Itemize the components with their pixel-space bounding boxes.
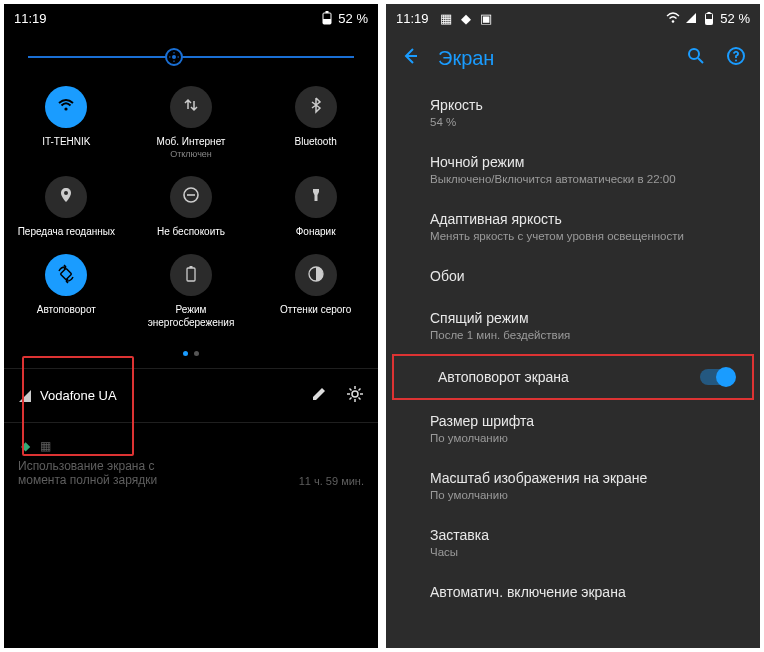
svg-rect-15 [189, 266, 192, 268]
tile-battery-saver[interactable]: Режим энергосбережения [129, 246, 254, 337]
page-title: Экран [438, 47, 668, 70]
back-icon[interactable] [400, 46, 420, 70]
quick-tiles-grid: IT-TEHNIK Моб. Интернет Отключен Bluetoo… [4, 68, 378, 345]
page-indicator [4, 345, 378, 362]
battery-percent: 52 % [720, 11, 750, 26]
setting-display-size[interactable]: Масштаб изображения на экране По умолчан… [386, 457, 760, 514]
svg-point-26 [672, 20, 675, 23]
app-icon: ▦ [439, 11, 453, 25]
tile-grayscale[interactable]: Оттенки серого [253, 246, 378, 337]
setting-sleep[interactable]: Спящий режим После 1 мин. бездействия [386, 297, 760, 354]
app-bar: Экран [386, 32, 760, 84]
notification-time: 11 ч. 59 мин. [299, 475, 364, 487]
tile-label: Передача геоданных [18, 226, 115, 239]
svg-point-3 [172, 55, 176, 59]
svg-rect-28 [706, 19, 713, 25]
setting-subtitle: Часы [430, 546, 740, 558]
setting-night-mode[interactable]: Ночной режим Выключено/Включится автомат… [386, 141, 760, 198]
setting-wallpaper[interactable]: Обои [386, 255, 760, 297]
quick-settings-panel: 11:19 52 % IT-TEHNIK Моб. Интернет Отклю… [4, 4, 378, 648]
wifi-icon [56, 95, 76, 119]
setting-subtitle: Менять яркость с учетом уровня освещенно… [430, 230, 740, 242]
tile-flashlight[interactable]: Фонарик [253, 168, 378, 247]
status-clock: 11:19 [396, 11, 429, 26]
tile-wifi[interactable]: IT-TEHNIK [4, 78, 129, 168]
tile-autorotate[interactable]: Автоповорот [4, 246, 129, 337]
svg-rect-14 [187, 268, 195, 281]
notification-line2: момента полной зарядки [18, 473, 299, 487]
svg-line-25 [359, 389, 361, 391]
divider [4, 368, 378, 369]
tile-label: Автоповорот [37, 304, 96, 317]
bluetooth-icon [307, 96, 325, 118]
svg-point-8 [65, 108, 68, 111]
tile-label: Не беспокоить [157, 226, 225, 239]
status-bar: 11:19 ▦ ◆ ▣ 52 % [386, 4, 760, 32]
setting-title: Заставка [430, 527, 740, 543]
autorotate-toggle[interactable] [700, 369, 734, 385]
svg-line-23 [359, 398, 361, 400]
gear-icon[interactable] [346, 385, 364, 406]
battery-icon [320, 11, 334, 25]
svg-rect-13 [61, 268, 72, 279]
brightness-slider[interactable] [4, 32, 378, 68]
search-icon[interactable] [686, 46, 706, 70]
svg-point-31 [689, 49, 699, 59]
setting-title: Обои [430, 268, 740, 284]
setting-ambient-display[interactable]: Автоматич. включение экрана [386, 571, 760, 613]
setting-subtitle: После 1 мин. бездействия [430, 329, 740, 341]
tile-location[interactable]: Передача геоданных [4, 168, 129, 247]
tile-label: Фонарик [296, 226, 336, 239]
tile-mobile-data[interactable]: Моб. Интернет Отключен [129, 78, 254, 168]
help-icon[interactable] [726, 46, 746, 70]
signal-icon [684, 11, 698, 25]
wifi-icon [666, 11, 680, 25]
setting-autorotate[interactable]: Автоповорот экрана [392, 354, 754, 400]
svg-line-32 [698, 58, 703, 63]
edit-icon[interactable] [310, 385, 328, 406]
svg-rect-2 [326, 11, 329, 13]
tile-label: Bluetooth [295, 136, 337, 149]
page-dot[interactable] [194, 351, 199, 356]
setting-title: Масштаб изображения на экране [430, 470, 740, 486]
setting-title: Адаптивная яркость [430, 211, 740, 227]
svg-point-9 [64, 191, 68, 195]
status-bar: 11:19 52 % [4, 4, 378, 32]
divider [4, 422, 378, 423]
setting-screensaver[interactable]: Заставка Часы [386, 514, 760, 571]
setting-subtitle: По умолчанию [430, 489, 740, 501]
svg-line-22 [350, 389, 352, 391]
setting-title: Ночной режим [430, 154, 740, 170]
settings-list[interactable]: Яркость 54 % Ночной режим Выключено/Вклю… [386, 84, 760, 613]
setting-brightness[interactable]: Яркость 54 % [386, 84, 760, 141]
tile-label: Моб. Интернет [157, 136, 226, 149]
data-arrows-icon [182, 96, 200, 118]
svg-point-17 [352, 391, 358, 397]
signal-icon [18, 389, 32, 403]
setting-subtitle: Выключено/Включится автоматически в 22:0… [430, 173, 740, 185]
tile-bluetooth[interactable]: Bluetooth [253, 78, 378, 168]
dnd-icon [182, 186, 200, 208]
battery-icon [184, 265, 198, 287]
flashlight-icon [307, 186, 325, 208]
battery-icon [702, 11, 716, 25]
battery-percent: 52 % [338, 11, 368, 26]
setting-title: Яркость [430, 97, 740, 113]
evernote-icon: ◆ [18, 439, 32, 453]
tile-sublabel: Отключен [170, 149, 212, 160]
notification-battery-usage[interactable]: ◆ ▦ Использование экрана с момента полно… [4, 429, 378, 497]
svg-point-34 [735, 60, 737, 62]
setting-title: Автоповорот экрана [438, 369, 732, 385]
page-dot[interactable] [183, 351, 188, 356]
brightness-thumb-icon[interactable] [165, 48, 183, 66]
tile-dnd[interactable]: Не беспокоить [129, 168, 254, 247]
setting-title: Спящий режим [430, 310, 740, 326]
carrier-row: Vodafone UA [4, 375, 378, 416]
svg-rect-29 [708, 12, 711, 14]
setting-adaptive-brightness[interactable]: Адаптивная яркость Менять яркость с учет… [386, 198, 760, 255]
carrier-name: Vodafone UA [40, 388, 117, 403]
setting-font-size[interactable]: Размер шрифта По умолчанию [386, 400, 760, 457]
svg-line-24 [350, 398, 352, 400]
app-icon: ▦ [38, 439, 52, 453]
rotate-icon [56, 264, 76, 288]
